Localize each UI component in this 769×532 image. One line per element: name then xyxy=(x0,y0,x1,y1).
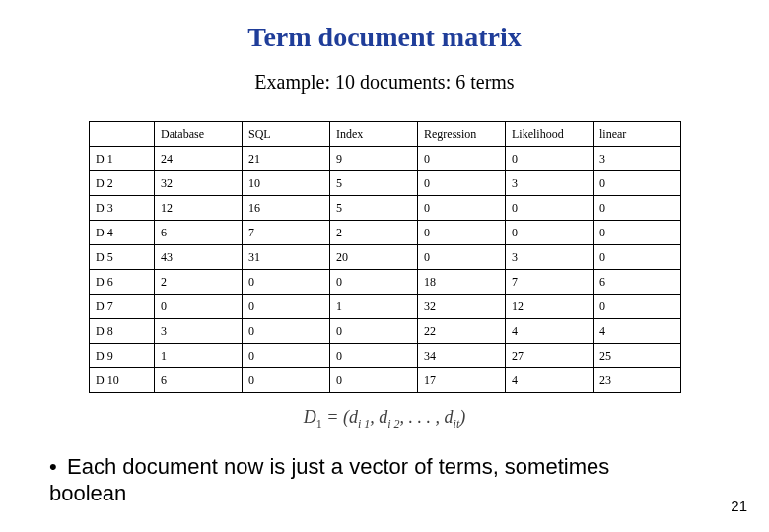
table-cell: 0 xyxy=(594,196,681,221)
table-cell: 22 xyxy=(418,319,506,344)
table-cell: 7 xyxy=(506,270,594,295)
table-cell: 3 xyxy=(594,147,681,171)
table-cell: 1 xyxy=(155,344,243,368)
table-cell: 0 xyxy=(330,368,418,393)
table-cell: 3 xyxy=(506,245,594,270)
table-cell: 0 xyxy=(506,147,594,171)
table-cell: 5 xyxy=(330,196,418,221)
table-cell: 0 xyxy=(243,270,330,295)
table-cell: 4 xyxy=(506,319,594,344)
col-header: Regression xyxy=(418,122,506,147)
row-label: D 8 xyxy=(90,319,155,344)
row-label: D 7 xyxy=(90,295,155,319)
formula-term-base: d xyxy=(379,407,387,427)
table-cell: 10 xyxy=(243,171,330,196)
table-cell: 20 xyxy=(330,245,418,270)
formula-eq: = ( xyxy=(322,407,349,427)
table-row: D 9 1 0 0 34 27 25 xyxy=(90,344,681,368)
table-row: D 1 24 21 9 0 0 3 xyxy=(90,147,681,171)
page-title: Term document matrix xyxy=(0,0,769,53)
col-header: Database xyxy=(155,122,243,147)
table-cell: 0 xyxy=(418,245,506,270)
table-cell: 7 xyxy=(243,221,330,245)
row-label: D 10 xyxy=(90,368,155,393)
bullet-dot-icon: • xyxy=(49,453,67,481)
table-cell: 0 xyxy=(330,344,418,368)
table-cell: 0 xyxy=(418,147,506,171)
table-cell: 0 xyxy=(418,221,506,245)
table-cell: 2 xyxy=(155,270,243,295)
table-cell: 12 xyxy=(155,196,243,221)
row-label: D 1 xyxy=(90,147,155,171)
table-cell: 27 xyxy=(506,344,594,368)
table-corner-cell xyxy=(90,122,155,147)
table-cell: 24 xyxy=(155,147,243,171)
table-cell: 0 xyxy=(594,295,681,319)
table-cell: 4 xyxy=(506,368,594,393)
table-cell: 9 xyxy=(330,147,418,171)
example-subtitle: Example: 10 documents: 6 terms xyxy=(0,71,769,94)
table-cell: 3 xyxy=(155,319,243,344)
col-header: Likelihood xyxy=(506,122,594,147)
table-cell: 16 xyxy=(243,196,330,221)
table-cell: 21 xyxy=(243,147,330,171)
table-cell: 25 xyxy=(594,344,681,368)
table-cell: 0 xyxy=(330,270,418,295)
row-label: D 3 xyxy=(90,196,155,221)
table-cell: 0 xyxy=(243,319,330,344)
table-cell: 23 xyxy=(594,368,681,393)
table-row: D 6 2 0 0 18 7 6 xyxy=(90,270,681,295)
table-cell: 0 xyxy=(594,245,681,270)
row-label: D 5 xyxy=(90,245,155,270)
table-cell: 0 xyxy=(506,221,594,245)
page-number: 21 xyxy=(731,498,747,514)
table-cell: 6 xyxy=(155,221,243,245)
bullet-line: •Each document now is just a vector of t… xyxy=(49,453,680,507)
table-cell: 0 xyxy=(243,344,330,368)
formula-ellipsis: , . . . , xyxy=(400,407,445,427)
table-cell: 0 xyxy=(330,319,418,344)
table-cell: 0 xyxy=(594,171,681,196)
table-cell: 0 xyxy=(418,171,506,196)
table-cell: 43 xyxy=(155,245,243,270)
table-cell: 0 xyxy=(155,295,243,319)
bullet-text: Each document now is just a vector of te… xyxy=(49,454,609,506)
row-label: D 4 xyxy=(90,221,155,245)
table-cell: 3 xyxy=(506,171,594,196)
table-row: D 5 43 31 20 0 3 0 xyxy=(90,245,681,270)
table-row: D 8 3 0 0 22 4 4 xyxy=(90,319,681,344)
table-cell: 0 xyxy=(594,221,681,245)
row-label: D 9 xyxy=(90,344,155,368)
table-cell: 4 xyxy=(594,319,681,344)
table-row: D 10 6 0 0 17 4 23 xyxy=(90,368,681,393)
table-cell: 0 xyxy=(506,196,594,221)
table-cell: 2 xyxy=(330,221,418,245)
slide: Term document matrix Example: 10 documen… xyxy=(0,0,769,532)
table-cell: 0 xyxy=(243,295,330,319)
vector-formula: D1 = (di 1, di 2, . . . , dit) xyxy=(0,407,769,432)
table-cell: 1 xyxy=(330,295,418,319)
table-cell: 6 xyxy=(155,368,243,393)
term-document-table: Database SQL Index Regression Likelihood… xyxy=(89,121,681,393)
table-cell: 6 xyxy=(594,270,681,295)
term-document-table-wrap: Database SQL Index Regression Likelihood… xyxy=(89,121,680,393)
table-cell: 31 xyxy=(243,245,330,270)
table-cell: 5 xyxy=(330,171,418,196)
table-cell: 32 xyxy=(418,295,506,319)
table-cell: 17 xyxy=(418,368,506,393)
table-row: D 7 0 0 1 32 12 0 xyxy=(90,295,681,319)
table-row: D 3 12 16 5 0 0 0 xyxy=(90,196,681,221)
formula-term-base: d xyxy=(445,407,454,427)
table-cell: 32 xyxy=(155,171,243,196)
table-cell: 0 xyxy=(243,368,330,393)
col-header: SQL xyxy=(243,122,330,147)
formula-term-base: d xyxy=(349,407,358,427)
formula-term-sub: i 1 xyxy=(358,417,370,431)
table-cell: 34 xyxy=(418,344,506,368)
formula-term-sub: i 2 xyxy=(387,417,399,431)
table-cell: 0 xyxy=(418,196,506,221)
table-cell: 18 xyxy=(418,270,506,295)
col-header: linear xyxy=(594,122,681,147)
table-row: D 4 6 7 2 0 0 0 xyxy=(90,221,681,245)
col-header: Index xyxy=(330,122,418,147)
